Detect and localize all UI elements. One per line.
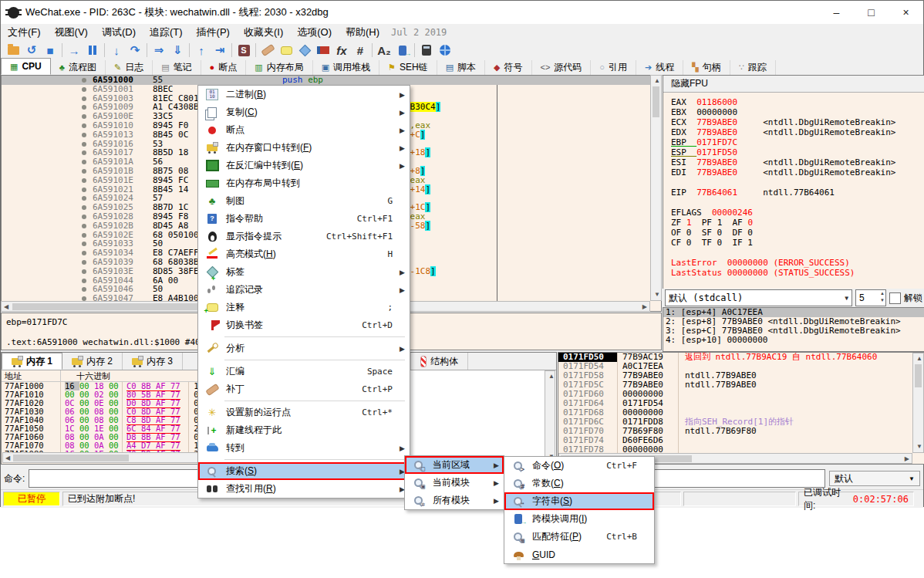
submenu-item-intermodular-calls[interactable]: 跨模块调用(I) xyxy=(504,510,654,528)
breakpoint-dot[interactable] xyxy=(82,233,86,238)
menubar-item-3[interactable]: 追踪(T) xyxy=(143,24,190,41)
breakpoint-dot[interactable] xyxy=(82,251,86,255)
register-line[interactable]: EDI 77B9ABE0 <ntdll.DbgUiRemoteBreakin> xyxy=(671,167,924,177)
menu-item-find-references[interactable]: 查找引用(R)▶ xyxy=(198,480,410,498)
stack-row[interactable]: 0171FD5C77B9ABE0ntdll.77B9ABE0 xyxy=(558,380,924,390)
menu-item-trace-record[interactable]: 追踪记录▶ xyxy=(198,281,410,299)
menubar-item-6[interactable]: 选项(O) xyxy=(290,24,339,41)
menubar-item-4[interactable]: 插件(P) xyxy=(190,24,237,41)
menubar-item-7[interactable]: 帮助(H) xyxy=(339,24,386,41)
register-line[interactable]: ESP 0171FD50 xyxy=(671,147,924,157)
internet-icon[interactable] xyxy=(436,42,454,59)
breakpoint-dot[interactable] xyxy=(82,78,86,83)
menu-item-patch[interactable]: 补丁Ctrl+P xyxy=(198,380,410,398)
register-line[interactable] xyxy=(671,177,924,188)
menu-item-goto[interactable]: 转到▶ xyxy=(198,439,410,457)
run-icon[interactable]: → xyxy=(65,42,83,59)
submenu-item-guid[interactable]: GUID xyxy=(504,546,654,563)
register-line[interactable]: LastStatus 00000000 (STATUS_SUCCESS) xyxy=(671,268,924,278)
tab-CPU[interactable]: ▦CPU xyxy=(1,58,51,75)
submenu-item-search-pattern[interactable]: ▦匹配特征(P)Ctrl+B xyxy=(504,528,654,546)
breakpoint-dot[interactable] xyxy=(82,133,86,137)
bookmarks-icon[interactable] xyxy=(314,42,332,59)
menu-item-follow-in-memory-map[interactable]: 在内存布局中转到 xyxy=(198,174,410,192)
hide-fpu-button[interactable]: 隐藏FPU xyxy=(663,76,924,93)
calling-convention-select[interactable]: 默认 (stdcall)▼ xyxy=(665,289,852,306)
stack-row[interactable]: 0171FD7077B69F80ntdll.77B69F80 xyxy=(558,427,924,436)
menu-item-mnemonic-brief[interactable]: 显示指令提示Ctrl+Shift+F1 xyxy=(198,228,410,245)
modules-icon[interactable] xyxy=(393,42,412,59)
tab-句柄[interactable]: ▚句柄 xyxy=(683,60,730,75)
register-line[interactable]: EBX 00000000 xyxy=(671,107,924,117)
breakpoint-dot[interactable] xyxy=(82,188,86,192)
close-button[interactable]: × xyxy=(889,1,923,24)
menu-item-analyze[interactable]: 分析▶ xyxy=(198,340,410,357)
tab-源代码[interactable]: <>源代码 xyxy=(532,60,592,75)
menu-item-follow-in-disassembler[interactable]: 在反汇编中转到(E)▶ xyxy=(198,157,410,174)
breakpoint-dot[interactable] xyxy=(82,160,86,164)
comments-icon[interactable] xyxy=(277,42,295,59)
stack-row[interactable]: 0171FD6000000000 xyxy=(558,390,924,399)
trace-coverage-icon[interactable]: S xyxy=(234,42,253,59)
stop-icon[interactable]: ■ xyxy=(41,42,59,59)
breakpoint-dot[interactable] xyxy=(82,242,86,246)
register-line[interactable]: LastError 00000000 (ERROR_SUCCESS) xyxy=(671,258,924,268)
tab-断点[interactable]: ●断点 xyxy=(201,60,247,75)
breakpoint-dot[interactable] xyxy=(82,260,86,265)
arguments-pane[interactable]: 1: [esp+4] A0C17EEA2: [esp+8] 77B9ABE0 <… xyxy=(663,307,924,352)
stack-row[interactable]: 0171FD640171FD54 xyxy=(558,399,924,408)
breakpoint-dot[interactable] xyxy=(82,224,86,228)
menu-item-toggle-bookmark[interactable]: 切换书签Ctrl+D xyxy=(198,316,410,334)
argument-row[interactable]: 4: [esp+10] 00000000 xyxy=(663,336,924,345)
register-line[interactable]: EIP 77B64061 ntdll.77B64061 xyxy=(671,188,924,198)
breakpoint-dot[interactable] xyxy=(82,196,86,201)
stack-pane[interactable]: 0171FD5077B9AC19返回到 ntdll.77B9AC19 自 ntd… xyxy=(558,352,924,465)
menu-item-follow-in-dump[interactable]: 在内存窗口中转到(F)▶ xyxy=(198,139,410,157)
functions-icon[interactable]: fx xyxy=(332,42,351,59)
menu-item-binary[interactable]: 01 10二进制(B)▶ xyxy=(198,86,410,103)
tab-笔记[interactable]: ▤笔记 xyxy=(153,60,201,75)
menu-item-set-new-origin[interactable]: ✳设置新的运行点Ctrl+* xyxy=(198,404,410,421)
register-line[interactable]: EDX 77B9ABE0 <ntdll.DbgUiRemoteBreakin> xyxy=(671,127,924,137)
minimize-button[interactable]: – xyxy=(819,1,854,24)
register-line[interactable]: OF 0 SF 0 DF 0 xyxy=(671,228,924,238)
patch-icon[interactable] xyxy=(258,42,277,59)
step-into-icon[interactable]: ↓ xyxy=(107,42,126,59)
breakpoint-dot[interactable] xyxy=(82,150,86,155)
run-to-user-code-icon[interactable]: ⇥ xyxy=(211,42,229,59)
calculator-icon[interactable] xyxy=(417,42,436,59)
command-preset-select[interactable]: 默认 ▼ xyxy=(829,471,920,486)
submenu-item-search-constant[interactable]: #常数(C) xyxy=(504,475,654,492)
menu-item-breakpoint[interactable]: 断点▶ xyxy=(198,121,410,139)
run-to-cursor-icon[interactable]: ⇒ xyxy=(150,42,168,59)
strings-icon[interactable]: A₂ xyxy=(375,42,393,59)
stack-row[interactable]: 0171FD74D60FE6D6 xyxy=(558,436,924,445)
tab-内存-3[interactable]: 内存 3 xyxy=(123,353,183,370)
breakpoint-dot[interactable] xyxy=(82,279,86,283)
register-line[interactable]: ESI 77B9ABE0 <ntdll.DbgUiRemoteBreakin> xyxy=(671,157,924,167)
menu-item-assemble[interactable]: ⇓汇编Space xyxy=(198,363,410,380)
maximize-button[interactable]: □ xyxy=(854,1,889,24)
run-trace-icon[interactable]: ⇓ xyxy=(168,42,187,59)
execute-till-return-icon[interactable]: ↑ xyxy=(192,42,211,59)
breakpoint-dot[interactable] xyxy=(82,142,86,147)
register-line[interactable]: EAX 01186000 xyxy=(671,97,924,107)
breakpoint-dot[interactable] xyxy=(82,169,86,174)
labels-icon[interactable] xyxy=(295,42,314,59)
tab-符号[interactable]: ◆符号 xyxy=(485,60,531,75)
register-line[interactable]: CF 0 TF 0 IF 1 xyxy=(671,238,924,248)
register-line[interactable]: EFLAGS 00000246 xyxy=(671,208,924,218)
tab-引用[interactable]: ○引用 xyxy=(591,60,636,75)
breakpoint-dot[interactable] xyxy=(82,205,86,210)
breakpoint-dot[interactable] xyxy=(82,87,86,92)
breakpoint-dot[interactable] xyxy=(82,114,86,119)
argument-count-stepper[interactable]: 5▲▼ xyxy=(855,289,886,306)
tab-日志[interactable]: ✎日志 xyxy=(106,60,153,75)
menu-item-copy[interactable]: 复制(C)▶ xyxy=(198,103,410,121)
breakpoint-dot[interactable] xyxy=(82,96,86,101)
locals-vscrollbar[interactable]: ▲ ▼ xyxy=(545,370,555,463)
tab-内存-1[interactable]: 内存 1 xyxy=(2,353,62,370)
step-over-icon[interactable]: ↷ xyxy=(126,42,144,59)
register-line[interactable]: ZF 1 PF 1 AF 0 xyxy=(671,218,924,228)
tab-脚本[interactable]: ▤脚本 xyxy=(437,60,485,75)
